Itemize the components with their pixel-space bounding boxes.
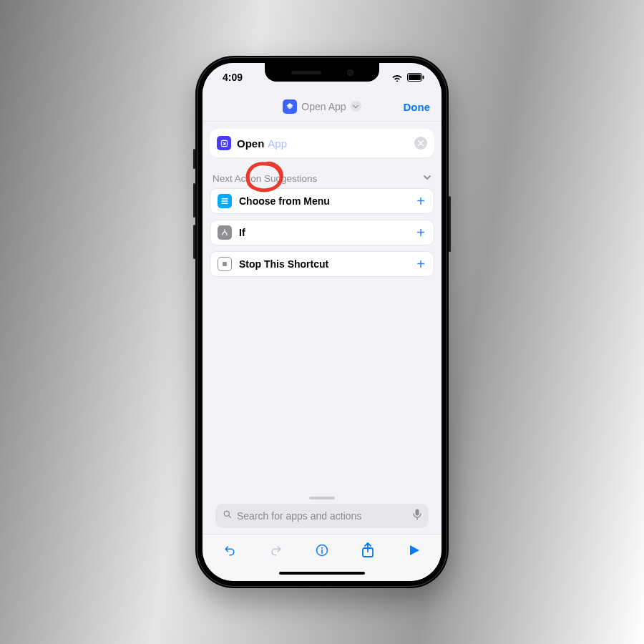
chevron-down-icon: [423, 173, 431, 184]
editor-toolbar: [203, 534, 441, 565]
speaker: [291, 71, 321, 74]
done-button[interactable]: Done: [404, 100, 431, 112]
suggestion-label: Choose from Menu: [239, 195, 330, 207]
chevron-down-icon: [351, 101, 361, 112]
suggestions-header-label: Next Action Suggestions: [213, 173, 317, 184]
svg-point-11: [321, 547, 323, 548]
branch-icon: [218, 225, 232, 240]
notch: [265, 63, 379, 82]
stop-icon: [218, 257, 232, 271]
shortcut-icon: [283, 99, 297, 114]
suggestion-if[interactable]: If +: [210, 220, 434, 245]
svg-rect-7: [223, 262, 227, 266]
shortcut-title: Open App: [301, 101, 346, 112]
volume-down: [193, 225, 195, 259]
search-bar[interactable]: [215, 504, 429, 528]
action-text: Open App: [237, 137, 287, 150]
svg-rect-1: [409, 74, 421, 80]
bottom-panel: [210, 497, 434, 534]
ringer-switch: [193, 149, 195, 169]
svg-rect-4: [222, 198, 228, 200]
front-camera: [347, 69, 353, 76]
suggestion-stop-shortcut[interactable]: Stop This Shortcut +: [210, 251, 434, 277]
home-indicator[interactable]: [203, 565, 441, 581]
volume-up: [193, 183, 195, 218]
run-button[interactable]: [400, 536, 429, 565]
editor-content: Open App Next Action Suggestions Choose …: [203, 122, 441, 534]
power-button: [449, 196, 451, 252]
redo-button[interactable]: [262, 536, 291, 565]
status-time: 4:09: [223, 72, 243, 83]
drag-handle[interactable]: [309, 497, 335, 499]
action-app-param[interactable]: App: [268, 137, 287, 150]
info-button[interactable]: [308, 536, 336, 565]
suggestion-label: Stop This Shortcut: [239, 258, 328, 270]
svg-rect-2: [423, 76, 424, 79]
battery-icon: [407, 73, 424, 82]
suggestion-choose-from-menu[interactable]: Choose from Menu +: [210, 188, 434, 214]
search-input[interactable]: [237, 510, 413, 522]
suggestions-header[interactable]: Next Action Suggestions: [210, 173, 434, 188]
screen: 4:09 Open App Done: [203, 63, 441, 581]
suggestion-label: If: [239, 227, 245, 238]
clear-action-button[interactable]: [414, 137, 427, 150]
undo-button[interactable]: [215, 536, 244, 565]
add-suggestion-button[interactable]: +: [415, 194, 426, 208]
search-icon: [223, 509, 233, 522]
add-suggestion-button[interactable]: +: [415, 257, 426, 271]
nav-bar: Open App Done: [203, 92, 441, 122]
svg-rect-6: [222, 203, 228, 205]
svg-rect-9: [416, 509, 419, 516]
share-button[interactable]: [353, 536, 382, 565]
menu-icon: [218, 194, 232, 208]
action-verb: Open: [237, 137, 264, 150]
add-suggestion-button[interactable]: +: [415, 225, 426, 240]
svg-point-8: [224, 511, 229, 516]
mic-icon[interactable]: [413, 509, 421, 523]
open-app-action-card[interactable]: Open App: [210, 129, 434, 157]
shortcut-title-chip[interactable]: Open App: [283, 99, 361, 114]
open-app-icon: [217, 136, 231, 150]
svg-rect-5: [222, 200, 228, 202]
wifi-icon: [391, 73, 403, 82]
phone-frame: 4:09 Open App Done: [195, 56, 449, 588]
